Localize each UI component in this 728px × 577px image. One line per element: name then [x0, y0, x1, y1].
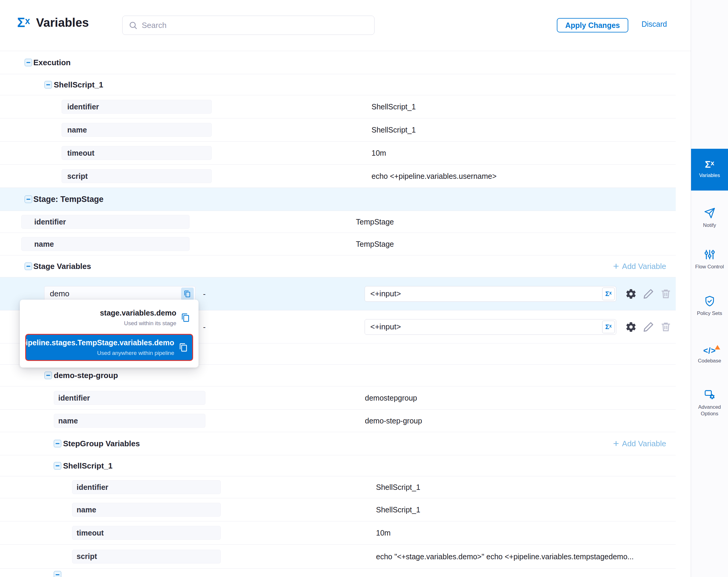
field-value: echo "<+stage.variables.demo>" echo <+pi…	[376, 552, 634, 561]
page-title: Variables	[36, 16, 89, 29]
popup-item-stage-scope[interactable]: stage.variables.demo Used within its sta…	[25, 305, 193, 331]
sidebar-item-label: Codebase	[691, 358, 728, 364]
discard-button[interactable]: Discard	[642, 20, 667, 29]
expression-toggle[interactable]: Σˣ	[602, 321, 615, 333]
collapse-icon[interactable]	[54, 462, 61, 470]
advanced-options-gear-icon	[704, 389, 716, 401]
field-key-label: name	[67, 126, 87, 134]
search-box[interactable]	[122, 16, 374, 35]
section-label: ShellScript_1	[63, 461, 113, 470]
section-label: StepGroup Variables	[63, 439, 140, 448]
edit-pencil-icon[interactable]	[643, 288, 654, 300]
settings-gear-icon[interactable]	[625, 288, 637, 300]
field-key: name	[72, 503, 221, 517]
sidebar-item-notify[interactable]: Notify	[691, 207, 728, 229]
header: Σˣ Variables Apply Changes Discard	[0, 0, 691, 51]
field-row: identifier demostepgroup	[0, 386, 676, 410]
delete-trash-icon[interactable]	[660, 321, 672, 333]
field-value: 10m	[376, 529, 391, 537]
field-value: demostepgroup	[365, 394, 417, 402]
sliders-icon	[704, 249, 716, 260]
settings-gear-icon[interactable]	[625, 321, 637, 333]
field-key: name	[21, 237, 189, 251]
field-value: demo-step-group	[365, 417, 422, 425]
variable-path: stage.variables.demo	[100, 309, 176, 317]
sidebar-item-label: Notify	[691, 222, 728, 229]
collapse-icon[interactable]	[54, 440, 61, 448]
field-value: ShellScript_1	[371, 126, 416, 134]
variable-scope: Used anywhere within pipeline	[21, 350, 174, 356]
delete-trash-icon[interactable]	[660, 288, 672, 300]
sidebar-item-policy-sets[interactable]: Policy Sets	[691, 295, 728, 317]
collapse-icon[interactable]	[25, 59, 32, 67]
collapse-icon[interactable]	[25, 262, 32, 270]
sidebar-item-label: Flow Control	[691, 264, 728, 270]
popup-item-pipeline-scope[interactable]: pipeline.stages.TempStage.variables.demo…	[25, 334, 193, 361]
copy-icon[interactable]	[179, 343, 188, 352]
sigma-logo-icon: Σˣ	[17, 15, 30, 30]
field-key-label: name	[58, 417, 78, 425]
variable-name-text: demo	[50, 289, 69, 298]
field-row: identifier TempStage	[0, 211, 676, 233]
expression-toggle[interactable]: Σˣ	[602, 287, 615, 300]
sidebar-item-label: Advanced Options	[691, 404, 728, 417]
variable-name-input[interactable]: demo	[44, 286, 196, 302]
variable-path-popup: stage.variables.demo Used within its sta…	[20, 300, 199, 368]
section-label: Stage Variables	[33, 262, 91, 271]
sidebar-item-flow-control[interactable]: Flow Control	[691, 249, 728, 270]
collapse-icon[interactable]	[54, 571, 61, 577]
shellscript-section-row: ShellScript_1	[0, 74, 676, 95]
copy-icon[interactable]	[181, 287, 194, 300]
copy-icon[interactable]	[181, 313, 190, 322]
search-icon	[129, 21, 137, 30]
inner-shellscript-section-row: ShellScript_1	[0, 455, 676, 476]
field-key-label: timeout	[77, 529, 104, 537]
field-value: ShellScript_1	[376, 505, 420, 514]
apply-changes-button[interactable]: Apply Changes	[557, 18, 628, 32]
add-variable-button[interactable]: +Add Variable	[613, 262, 666, 271]
field-key: timeout	[61, 146, 212, 160]
field-row: name TempStage	[0, 233, 676, 255]
field-value: echo <+pipeline.variables.username>	[371, 172, 496, 181]
field-key-label: identifier	[77, 483, 108, 492]
field-key: timeout	[72, 526, 221, 540]
sidebar-item-codebase[interactable]: </> Codebase	[691, 346, 728, 364]
step-group-section-row: demo-step-group	[0, 365, 676, 386]
field-row: identifier ShellScript_1	[0, 95, 676, 118]
field-row: timeout 10m	[0, 521, 676, 545]
section-label: Stage: TempStage	[33, 195, 104, 204]
section-label: demo-step-group	[54, 371, 118, 380]
collapse-icon[interactable]	[45, 81, 52, 89]
field-row: timeout 10m	[0, 142, 676, 165]
separator: -	[203, 322, 206, 331]
collapse-icon[interactable]	[45, 372, 52, 379]
sidebar-item-advanced-options[interactable]: Advanced Options	[691, 389, 728, 417]
field-key-label: identifier	[58, 394, 90, 402]
field-value: ShellScript_1	[371, 102, 416, 111]
section-label: Execution	[33, 58, 71, 67]
edit-pencil-icon[interactable]	[643, 321, 654, 333]
sidebar-item-label: Variables	[691, 172, 728, 179]
partial-row	[0, 569, 676, 577]
variable-value-input[interactable]: <+input> Σˣ	[365, 319, 616, 335]
sidebar-item-label: Policy Sets	[691, 310, 728, 317]
field-row: script echo "<+stage.variables.demo>" ec…	[0, 545, 676, 569]
warning-triangle-icon	[715, 345, 720, 350]
collapse-icon[interactable]	[25, 196, 32, 203]
shield-check-icon	[704, 295, 716, 307]
section-label: ShellScript_1	[54, 80, 103, 89]
field-key-label: script	[77, 552, 97, 561]
add-variable-button[interactable]: +Add Variable	[613, 439, 666, 448]
field-row: identifier ShellScript_1	[0, 476, 676, 498]
field-key: name	[61, 123, 212, 137]
sidebar-item-variables[interactable]: Σˣ Variables	[691, 149, 728, 191]
variable-value-text: <+input>	[370, 322, 401, 331]
paper-plane-icon	[704, 207, 716, 219]
search-input[interactable]	[142, 21, 368, 30]
field-value: 10m	[371, 149, 386, 157]
variable-path: pipeline.stages.TempStage.variables.demo	[21, 338, 174, 347]
variable-value-input[interactable]: <+input> Σˣ	[365, 286, 616, 302]
field-key-label: identifier	[34, 218, 66, 226]
stage-section-row: Stage: TempStage	[0, 188, 676, 211]
field-key: identifier	[72, 480, 221, 494]
